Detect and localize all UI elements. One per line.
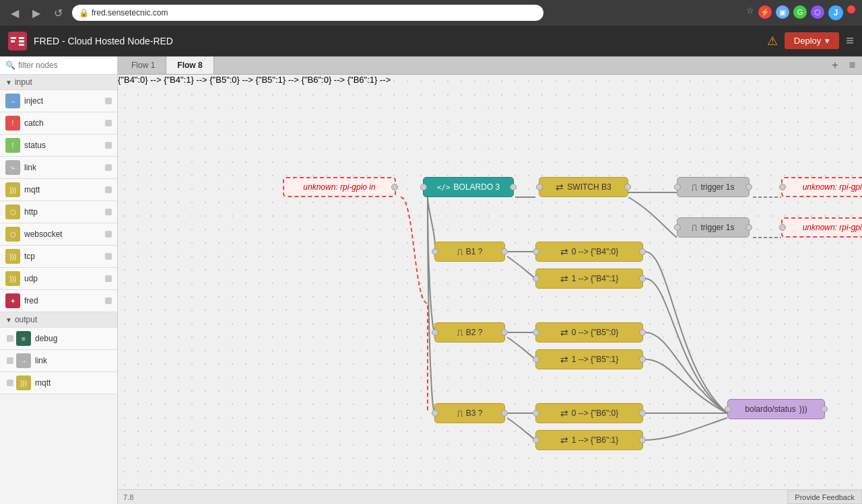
star-icon[interactable]: ☆ [746, 5, 754, 20]
menu-icon[interactable]: ≡ [846, 33, 854, 48]
sidebar-item-catch[interactable]: ! catch [0, 112, 117, 135]
node-b5-1[interactable]: ⇄ 1 --> {"B5":1} [535, 349, 643, 369]
fred-label: fred [24, 296, 104, 305]
sidebar-item-udp[interactable]: ))) udp [0, 268, 117, 290]
node-unknown-rpi-out2[interactable]: unknown: rpi-gpio out [781, 217, 862, 238]
app-title: FRED - Cloud Hosted Node-RED [34, 36, 760, 46]
sidebar-item-mqtt[interactable]: ))) mqtt [0, 179, 117, 201]
feedback-button[interactable]: Provide Feedback [787, 491, 862, 504]
unknown-rpi-in-label: unknown: rpi-gpio in [303, 182, 375, 192]
http-icon: ⬡ [5, 205, 20, 219]
unknown-rpi-in-port-right [391, 184, 398, 190]
node-inner: ⇄ 1 --> {"B4":1} [536, 271, 642, 287]
node-bolardo3[interactable]: </> BOLARDO 3 [423, 177, 514, 197]
websocket-port [105, 231, 112, 238]
trigger1s-1-icon: ⎍ [692, 182, 697, 192]
forward-button[interactable]: ▶ [28, 5, 44, 21]
tab-actions: + ≡ [828, 58, 859, 73]
inject-label: inject [24, 96, 104, 106]
b5-0-port-right [639, 329, 646, 336]
deploy-label: Deploy [794, 36, 821, 46]
b3-port-left [432, 410, 438, 417]
b1-port-right [501, 248, 508, 255]
udp-label: udp [24, 274, 104, 283]
notification-dot [847, 5, 855, 13]
sidebar-item-mqtt-out[interactable]: ))) mqtt [0, 372, 117, 394]
node-inner: ⇄ SWITCH B3 [539, 179, 628, 195]
b6-1-icon: ⇄ [560, 435, 568, 445]
mqtt-in-icon: ))) [5, 182, 20, 197]
b6-0-icon: ⇄ [560, 408, 568, 419]
node-b5-0[interactable]: ⇄ 0 --> {"B5":0} [535, 322, 643, 343]
node-b2[interactable]: ⎍ B2 ? [434, 322, 505, 343]
node-inner: unknown: rpi-gpio out [783, 220, 862, 235]
output-section-label: output [15, 315, 37, 324]
b5-1-port-right [639, 356, 646, 363]
debug-left-port [7, 335, 13, 342]
node-inner: unknown: rpi-gpio out [783, 180, 862, 194]
url-bar[interactable]: 🔒 fred.sensetecnic.com [72, 5, 543, 21]
node-b4-1[interactable]: ⇄ 1 --> {"B4":1} [535, 268, 643, 289]
b4-0-port-left [533, 248, 539, 255]
switch-b3-port-left [536, 184, 543, 190]
flow-canvas[interactable]: unknown: rpi-gpio in </> BOLARDO 3 ⇄ SWI… [118, 75, 862, 489]
link-out-left-port [7, 357, 13, 364]
node-b6-0[interactable]: ⇄ 0 --> {"B6":0} [535, 403, 643, 423]
b3-label: B3 ? [466, 408, 483, 418]
deploy-chevron-icon: ▾ [825, 36, 830, 46]
sidebar-item-link-out[interactable]: → link [0, 350, 117, 372]
mqtt-out-icon: ))) [16, 375, 31, 390]
node-unknown-rpi-out1[interactable]: unknown: rpi-gpio out [781, 177, 862, 197]
link-in-icon: ⤷ [5, 160, 20, 175]
lock-icon: 🔒 [79, 8, 89, 17]
bolardo-status-out-icon: ))) [799, 404, 807, 414]
node-switch-b3[interactable]: ⇄ SWITCH B3 [539, 177, 628, 197]
switch-b3-label: SWITCH B3 [567, 182, 611, 192]
b2-label: B2 ? [466, 328, 483, 337]
b6-1-port-left [533, 437, 539, 443]
node-trigger1s-2[interactable]: ⎍ trigger 1s [677, 217, 750, 238]
b6-0-label: 0 --> {"B6":0} [572, 408, 619, 418]
node-bolardo-status-out[interactable]: bolardo/status ))) [727, 399, 825, 419]
refresh-button[interactable]: ↺ [50, 5, 67, 21]
node-unknown-rpi-in[interactable]: unknown: rpi-gpio in [283, 177, 396, 197]
search-input[interactable] [18, 61, 118, 70]
b6-0-port-right [639, 410, 646, 417]
sidebar-item-http[interactable]: ⬡ http [0, 201, 117, 223]
node-b3[interactable]: ⎍ B3 ? [434, 403, 505, 423]
catch-port [105, 120, 112, 127]
url-text: fred.sensetecnic.com [92, 8, 168, 17]
node-inner: ⎍ B1 ? [435, 244, 504, 260]
bolardo-status-out-label: bolardo/status [745, 404, 795, 414]
tab-menu-button[interactable]: ≡ [845, 58, 859, 73]
sidebar-item-websocket[interactable]: ⬡ websocket [0, 223, 117, 246]
node-b1[interactable]: ⎍ B1 ? [434, 242, 505, 262]
sidebar-item-link[interactable]: ⤷ link [0, 157, 117, 179]
catch-label: catch [24, 118, 104, 128]
tab-flow8[interactable]: Flow 8 [166, 57, 213, 74]
http-label: http [24, 207, 104, 217]
node-inner: </> BOLARDO 3 [424, 180, 513, 194]
sidebar-item-status[interactable]: ! status [0, 135, 117, 157]
b4-1-port-right [639, 275, 646, 282]
svg-rect-5 [19, 44, 24, 46]
node-b6-1[interactable]: ⇄ 1 --> {"B6":1} [535, 430, 643, 450]
sidebar-item-tcp[interactable]: ))) tcp [0, 246, 117, 268]
node-b4-0[interactable]: ⇄ 0 --> {"B4":0} [535, 242, 643, 262]
node-inner: ⇄ 0 --> {"B6":0} [536, 405, 642, 421]
add-tab-button[interactable]: + [828, 58, 842, 73]
tab-flow1[interactable]: Flow 1 [121, 57, 166, 74]
input-section-label: input [15, 77, 32, 87]
bolardo3-port-left [420, 184, 427, 190]
websocket-label: websocket [24, 229, 104, 239]
output-section-header[interactable]: ▼ output [0, 312, 117, 328]
back-button[interactable]: ◀ [7, 5, 23, 21]
input-section-header[interactable]: ▼ input [0, 75, 117, 90]
sidebar-item-inject[interactable]: → inject [0, 90, 117, 112]
sidebar-item-debug[interactable]: ≡ debug [0, 328, 117, 350]
sidebar-item-fred[interactable]: ✦ fred [0, 290, 117, 312]
node-trigger1s-1[interactable]: ⎍ trigger 1s [677, 177, 750, 197]
app-bar-right: ⚠ Deploy ▾ ≡ [767, 32, 854, 49]
deploy-button[interactable]: Deploy ▾ [785, 32, 839, 49]
status-icon: ! [5, 138, 20, 153]
